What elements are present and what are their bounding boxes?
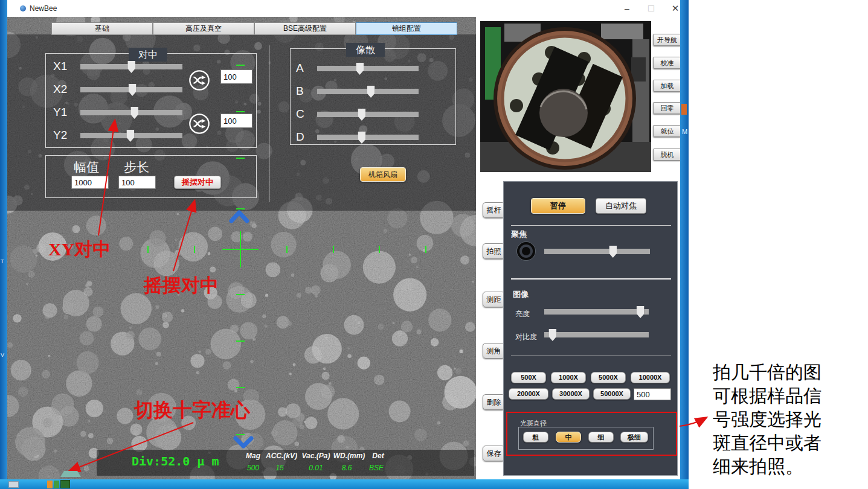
taskbar-icon[interactable] <box>60 480 70 488</box>
window-title: NewBee <box>30 4 57 13</box>
astig-b-thumb[interactable] <box>367 86 375 98</box>
minimize-button[interactable]: – <box>619 2 635 14</box>
taskbar-icon[interactable] <box>54 481 59 488</box>
tab-basic[interactable]: 基础 <box>51 22 153 35</box>
mag-30000x-button[interactable]: 30000X <box>552 388 590 400</box>
save-button[interactable]: 保存 <box>483 446 505 461</box>
status-vac-header: Vac.(Pa) <box>302 452 330 460</box>
pause-button[interactable]: 暂停 <box>531 198 585 214</box>
astig-d-thumb[interactable] <box>358 132 365 144</box>
taskbar[interactable] <box>0 479 689 489</box>
mag-50000x-button[interactable]: 50000X <box>593 388 631 400</box>
focus-slider-thumb[interactable] <box>609 246 617 258</box>
spot-coarse-button[interactable]: 粗 <box>523 432 548 443</box>
swap-x-input[interactable] <box>220 69 252 84</box>
tutorial-note: 拍几千倍的图 可根据样品信 号强度选择光 斑直径中或者 细来拍照。 <box>713 360 868 478</box>
x2-slider-thumb[interactable] <box>129 84 137 96</box>
in-position-button[interactable]: 就位 <box>653 125 681 137</box>
astig-a-label: A <box>296 62 304 75</box>
y1-slider-thumb[interactable] <box>130 107 138 119</box>
y2-slider[interactable] <box>80 130 182 142</box>
load-button[interactable]: 加载 <box>653 80 681 92</box>
status-acc-header: ACC.(kV) <box>266 452 297 460</box>
x2-slider[interactable] <box>80 84 182 96</box>
desktop-strip-left: T V <box>0 0 7 479</box>
y2-slider-thumb[interactable] <box>126 130 134 142</box>
open-navigation-button[interactable]: 开导航 <box>653 34 681 46</box>
brightness-slider[interactable] <box>544 306 649 318</box>
desktop-icon[interactable] <box>681 104 687 115</box>
control-panel: 暂停 自动对焦 聚焦 图像 亮度 对比度 500X 1000X 5000X 10… <box>503 181 678 476</box>
step-input[interactable] <box>118 176 156 189</box>
taskbar-app-icon[interactable] <box>8 481 19 488</box>
spot-fine-button[interactable]: 细 <box>588 432 614 443</box>
astig-c-label: C <box>296 107 304 121</box>
close-button[interactable]: ✕ <box>667 2 684 14</box>
astig-c-thumb[interactable] <box>358 109 365 121</box>
swap-y-icon[interactable] <box>188 112 211 135</box>
mag-5000x-button[interactable]: 5000X <box>591 372 626 383</box>
astig-b-label: B <box>296 85 304 98</box>
astig-a-thumb[interactable] <box>356 63 364 75</box>
x2-label: X2 <box>53 83 67 96</box>
snapshot-button[interactable]: 拍照 <box>483 243 505 259</box>
tab-bse-advanced[interactable]: BSE高级配置 <box>254 22 356 35</box>
tab-lens-config[interactable]: 镜组配置 <box>356 22 457 35</box>
astig-b-slider[interactable] <box>317 86 419 98</box>
autofocus-button[interactable]: 自动对焦 <box>596 198 646 214</box>
measure-angle-button[interactable]: 测角 <box>483 343 505 359</box>
sweep-centering-button[interactable]: 摇摆对中 <box>174 176 221 189</box>
swap-x-icon[interactable] <box>188 69 211 92</box>
xy-centering-note: XY对中 <box>48 237 111 262</box>
amplitude-input[interactable] <box>71 176 109 189</box>
focus-slider[interactable] <box>544 246 650 258</box>
delete-button[interactable]: 删除 <box>483 394 505 410</box>
measure-distance-button[interactable]: 测距 <box>483 292 505 307</box>
offline-button[interactable]: 脱机 <box>653 149 681 161</box>
contrast-slider[interactable] <box>544 329 649 341</box>
joystick-button[interactable]: 摇杆 <box>483 202 505 218</box>
sweep-centering-note: 摇摆对中 <box>144 273 219 298</box>
mag-20000x-button[interactable]: 20000X <box>509 388 548 400</box>
astig-a-slider[interactable] <box>317 63 419 75</box>
taskbar-icon[interactable] <box>47 481 53 488</box>
status-det-value: BSE <box>369 464 384 472</box>
record-icon <box>517 242 535 260</box>
astig-c-slider[interactable] <box>317 109 419 121</box>
panel-divider <box>269 45 269 202</box>
mag-500x-button[interactable]: 500X <box>511 372 546 383</box>
swap-y-input[interactable] <box>220 113 252 128</box>
contrast-slider-thumb[interactable] <box>548 329 556 341</box>
division-readout: Div:52.0 μ m <box>132 454 219 468</box>
status-mag-value: 500 <box>247 464 259 472</box>
mag-10000x-button[interactable]: 10000X <box>631 372 670 383</box>
amplitude-label: 幅值 <box>74 159 99 176</box>
astig-d-label: D <box>296 130 304 144</box>
note-arrow <box>674 408 719 435</box>
status-mag-header: Mag <box>246 452 260 460</box>
step-label: 步长 <box>124 159 149 176</box>
brightness-label: 亮度 <box>515 309 530 319</box>
chassis-fan-button[interactable]: 机箱风扇 <box>360 167 406 182</box>
home-zero-button[interactable]: 回零 <box>653 102 681 114</box>
spot-medium-button[interactable]: 中 <box>556 432 581 443</box>
status-wd-value: 8.6 <box>342 464 352 472</box>
spot-ultrafine-button[interactable]: 极细 <box>620 432 648 443</box>
title-bar[interactable]: NewBee – ☐ ✕ <box>7 0 680 17</box>
brightness-slider-thumb[interactable] <box>637 306 645 318</box>
tab-hv-vacuum[interactable]: 高压及真空 <box>153 22 254 35</box>
astigmatism-title: 像散 <box>346 43 385 57</box>
focus-label: 聚焦 <box>511 229 527 240</box>
mag-input[interactable] <box>634 388 671 400</box>
mag-1000x-button[interactable]: 1000X <box>551 372 586 383</box>
y2-label: Y2 <box>53 129 67 142</box>
x1-slider-thumb[interactable] <box>127 61 135 73</box>
y1-slider[interactable] <box>80 107 182 119</box>
centering-title: 对中 <box>129 48 167 62</box>
maximize-button[interactable]: ☐ <box>643 2 660 14</box>
astig-d-slider[interactable] <box>317 132 419 144</box>
calibrate-button[interactable]: 校准 <box>653 57 681 69</box>
y1-label: Y1 <box>53 106 67 119</box>
status-wd-header: WD.(mm) <box>333 452 365 460</box>
x1-slider[interactable] <box>80 61 182 73</box>
